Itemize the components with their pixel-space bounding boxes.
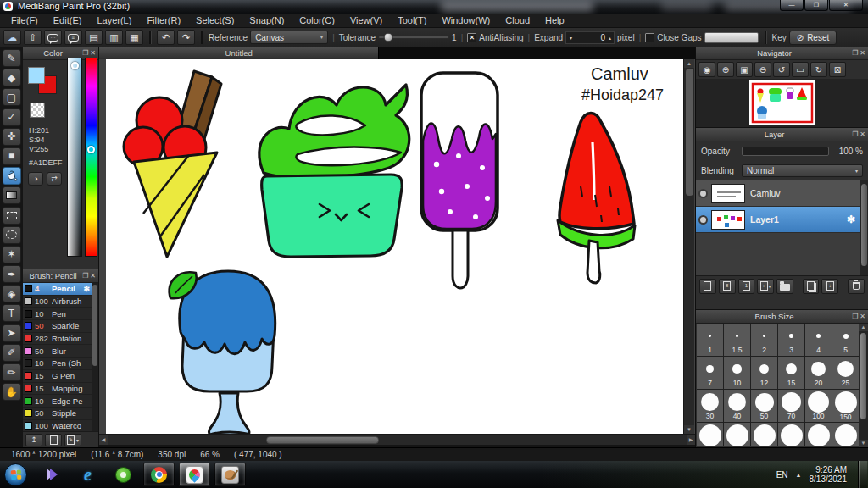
rotate-left-button[interactable]: ↺	[773, 62, 790, 77]
menu-file[interactable]: File(F)	[3, 15, 46, 25]
opacity-slider[interactable]	[742, 147, 829, 156]
brush-size-option[interactable]: 1	[697, 324, 723, 356]
scroll-down-icon[interactable]: ▼	[859, 440, 868, 447]
brush-size-option[interactable]: 12	[751, 357, 777, 389]
brush-size-option[interactable]: 1.5	[724, 324, 750, 356]
zoom-in-button[interactable]: ⊕	[717, 62, 734, 77]
brush-size-option[interactable]: 150	[832, 390, 859, 422]
layer-row-layer1[interactable]: Layer1✻	[696, 207, 860, 233]
snap-tool-button[interactable]: ✓	[3, 108, 21, 126]
kmplayer-taskbar-button[interactable]	[36, 463, 68, 486]
foreground-color-swatch[interactable]	[28, 67, 45, 84]
brush-item[interactable]: 50Blur	[23, 345, 92, 358]
select-pen-tool-button[interactable]: ✒	[3, 265, 21, 283]
scroll-up-icon[interactable]: ▲	[859, 324, 868, 331]
menu-layer[interactable]: Layer(L)	[89, 15, 139, 25]
layer-row-camluv[interactable]: Camluv	[696, 180, 860, 207]
brush-item[interactable]: 15Mapping	[23, 383, 92, 396]
close-icon[interactable]: ✕	[860, 313, 865, 320]
layer-visibility-icon[interactable]	[700, 217, 706, 223]
canvas-horizontal-scrollb ar[interactable]: ◀ ▶	[99, 434, 695, 445]
undo-button[interactable]: ↶	[157, 30, 175, 45]
brush-size-option[interactable]: 70	[778, 390, 804, 422]
taskbar-clock[interactable]: 9:26 AM 8/13/2021	[810, 465, 851, 485]
scroll-down-icon[interactable]: ▼	[684, 425, 694, 434]
brush-tool-button[interactable]: ✎	[3, 49, 21, 67]
brush-size-option[interactable]: 7	[697, 357, 723, 389]
layer-list-scrollbar[interactable]	[860, 180, 868, 276]
scroll-up-icon[interactable]: ▲	[684, 59, 694, 68]
swap-colors-button[interactable]: ⇄	[47, 172, 62, 186]
eyedropper-tool-button[interactable]: ✐	[3, 344, 21, 362]
brush-item[interactable]: 100Airbrush	[23, 296, 92, 308]
scrollbar-thumb[interactable]	[686, 69, 693, 196]
scrollbar-thumb[interactable]	[861, 184, 867, 266]
duplicate-layer-button[interactable]	[803, 279, 820, 294]
expand-spinner[interactable]: ▾0▴	[565, 31, 615, 44]
delete-layer-button[interactable]	[848, 279, 865, 294]
hue-slider-thumb[interactable]	[87, 146, 95, 153]
reference-select[interactable]: Canvas▾	[250, 30, 328, 44]
medibang-taskbar-button[interactable]	[179, 463, 210, 486]
import-brush-button[interactable]: ↥	[25, 434, 42, 446]
close-button[interactable]: ✕	[829, 0, 863, 11]
brush-item[interactable]: 10Pen (Sh	[23, 358, 92, 370]
hand-tool-button[interactable]: ✋	[3, 383, 21, 401]
tolerance-slider-thumb[interactable]	[383, 33, 392, 42]
chat-button[interactable]: ≡	[64, 30, 82, 45]
menu-help[interactable]: Help	[537, 15, 572, 25]
chrome-taskbar-button[interactable]	[143, 463, 175, 486]
scrollbar-thumb[interactable]	[860, 333, 866, 419]
layer-menu-button[interactable]: +▾	[757, 279, 774, 294]
select-eraser-tool-button[interactable]: ◈	[3, 285, 21, 302]
zoom-out-button[interactable]: ⊖	[754, 62, 771, 77]
close-gaps-checkbox[interactable]	[645, 33, 654, 42]
gradient-tool-button[interactable]	[3, 186, 21, 204]
zoom-100-button[interactable]: ◉	[698, 62, 715, 77]
brush-size-option[interactable]: 20	[805, 357, 832, 389]
brush-size-option[interactable]: 10	[724, 357, 750, 389]
menu-tool[interactable]: Tool(T)	[390, 15, 434, 25]
grid-button[interactable]: ▦	[125, 30, 143, 45]
document-button[interactable]: ▤	[85, 30, 103, 45]
brush-item[interactable]: 282Rotation	[23, 333, 92, 346]
operation-tool-button[interactable]: ➤	[3, 324, 21, 342]
popout-icon[interactable]: ❐	[852, 49, 858, 57]
brush-size-option[interactable]: 30	[697, 390, 723, 422]
brush-size-option[interactable]: 25	[832, 357, 859, 389]
gear-icon[interactable]: ✻	[83, 285, 90, 293]
brush-item[interactable]: 50Sparkle	[23, 320, 92, 333]
brush-item[interactable]: 15G Pen	[23, 370, 92, 383]
scrollbar-thumb[interactable]	[266, 436, 380, 444]
select-tool-button[interactable]	[3, 207, 21, 225]
hue-slider[interactable]	[85, 58, 97, 257]
move-tool-button[interactable]: ✜	[3, 128, 21, 146]
canvas[interactable]: Camluv #Hoidap247	[106, 59, 683, 434]
reset-button[interactable]: ⊘Reset	[789, 30, 837, 45]
title-bar[interactable]: MediBang Paint Pro (32bit) —❐✕	[0, 0, 868, 14]
brush-size-option[interactable]: 500	[778, 423, 804, 446]
add-1bit-layer-button[interactable]: 1	[738, 279, 755, 294]
internet-explorer-taskbar-button[interactable]: e	[72, 463, 103, 486]
menu-snap[interactable]: Snap(N)	[242, 15, 292, 25]
brush-list-scrollbar[interactable]	[92, 283, 98, 431]
brush-menu-button[interactable]: ✎▾	[64, 434, 81, 446]
brush-size-option[interactable]: 15	[778, 357, 804, 389]
reset-rotation-button[interactable]: ▭	[792, 62, 809, 77]
palette-button[interactable]: ◑	[28, 172, 43, 186]
sv-slider-thumb[interactable]	[71, 62, 79, 69]
brush-size-option[interactable]: 300	[724, 423, 750, 446]
brush-size-option[interactable]: 2	[751, 324, 777, 356]
tray-expand-icon[interactable]: ▲	[796, 472, 802, 478]
fill-rect-tool-button[interactable]: ■	[3, 147, 21, 165]
comment-button[interactable]: ···	[44, 30, 62, 45]
brush-size-option[interactable]: 40	[724, 390, 750, 422]
layer-visibility-icon[interactable]	[700, 191, 706, 197]
brush-item[interactable]: 50Stipple	[23, 408, 92, 420]
brush-size-option[interactable]: 50	[751, 390, 777, 422]
language-indicator[interactable]: EN	[776, 470, 788, 480]
menu-color[interactable]: Color(C)	[292, 15, 342, 25]
add-layer-button[interactable]	[699, 279, 716, 294]
menu-select[interactable]: Select(S)	[188, 15, 242, 25]
pen-tool-button[interactable]: ✏	[3, 363, 21, 381]
